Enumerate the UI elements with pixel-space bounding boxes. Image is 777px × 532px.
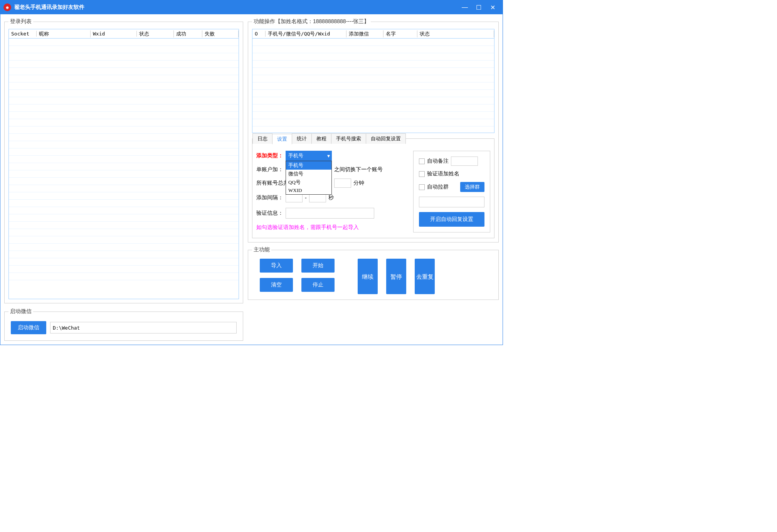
minimize-button[interactable]: — [458, 0, 472, 14]
verify-note: 如勾选验证语加姓名，需跟手机号一起导入 [256, 224, 409, 231]
auto-remark-label: 自动备注 [427, 158, 449, 165]
login-table[interactable]: Socket 昵称 Wxid 状态 成功 失败 [8, 29, 239, 299]
tab-log[interactable]: 日志 [252, 133, 272, 144]
ops-col-status[interactable]: 状态 [417, 30, 494, 37]
main-function-legend: 主功能 [252, 246, 271, 253]
login-col-nick[interactable]: 昵称 [37, 30, 91, 37]
ops-col-add[interactable]: 添加微信 [346, 30, 383, 37]
pause-button[interactable]: 暂停 [386, 259, 406, 294]
dropdown-item-phone[interactable]: 手机号 [286, 161, 331, 170]
ops-col-name[interactable]: 名字 [383, 30, 417, 37]
minutes-label: 分钟 [353, 180, 364, 187]
login-list-group: 登录列表 Socket 昵称 Wxid 状态 成功 失败 [4, 18, 243, 303]
single-account-label: 单账户加： [256, 166, 283, 173]
auto-group-checkbox[interactable] [419, 184, 425, 190]
rest-input[interactable] [334, 178, 351, 188]
verify-info-input[interactable] [286, 208, 374, 219]
tab-tutorial[interactable]: 教程 [311, 133, 331, 144]
login-col-success[interactable]: 成功 [174, 30, 202, 37]
dropdown-item-qq[interactable]: QQ号 [286, 178, 331, 187]
auto-group-label: 自动拉群 [427, 184, 449, 190]
login-col-status[interactable]: 状态 [137, 30, 174, 37]
single-account-suffix: 之间切换下一个账号 [334, 166, 383, 173]
login-col-socket[interactable]: Socket [9, 31, 37, 37]
ops-col-o[interactable]: O [252, 31, 266, 37]
settings-right-panel: 自动备注 验证语加姓名 自动拉群 选择群 开启 [413, 151, 490, 232]
maximize-button[interactable]: ☐ [472, 0, 486, 14]
start-wechat-legend: 启动微信 [8, 308, 33, 315]
tab-phone-search[interactable]: 手机号搜索 [331, 133, 366, 144]
start-wechat-button[interactable]: 启动微信 [11, 321, 46, 334]
add-type-dropdown[interactable]: 手机号 微信号 QQ号 WXID [286, 161, 332, 195]
verify-info-label: 验证信息： [256, 210, 283, 217]
start-button[interactable]: 开始 [301, 259, 335, 273]
add-type-select[interactable]: 手机号 ▾ 手机号 微信号 QQ号 WXID [286, 151, 332, 161]
login-table-body [9, 39, 239, 299]
dedup-button[interactable]: 去重复 [415, 259, 435, 294]
tab-stats[interactable]: 统计 [292, 133, 312, 144]
app-icon: ☻ [3, 3, 11, 11]
wechat-path-input[interactable] [50, 322, 237, 333]
login-col-fail[interactable]: 失败 [202, 30, 239, 37]
title-bar: ☻ 翟老头手机通讯录加好友软件 — ☐ ✕ [0, 0, 503, 14]
tab-settings[interactable]: 设置 [272, 134, 292, 144]
verify-name-label: 验证语加姓名 [427, 170, 459, 177]
verify-name-checkbox[interactable] [419, 171, 425, 177]
function-ops-group: 功能操作【加姓名格式：18888888888----张三】 O 手机号/微信号/… [248, 18, 499, 242]
interval-dash: - [305, 195, 307, 201]
dropdown-item-wxid[interactable]: WXID [286, 187, 331, 194]
dropdown-item-wechat[interactable]: 微信号 [286, 170, 331, 178]
ops-table[interactable]: O 手机号/微信号/QQ号/Wxid 添加微信 名字 状态 [252, 29, 494, 133]
ops-table-body [252, 39, 494, 133]
login-col-wxid[interactable]: Wxid [91, 31, 137, 37]
select-group-button[interactable]: 选择群 [460, 182, 484, 192]
auto-remark-checkbox[interactable] [419, 158, 425, 164]
close-button[interactable]: ✕ [486, 0, 500, 14]
clear-button[interactable]: 清空 [260, 278, 293, 292]
group-input[interactable] [419, 197, 484, 207]
tab-auto-reply[interactable]: 自动回复设置 [366, 133, 406, 144]
main-function-group: 主功能 导入 开始 清空 停止 继续 暂停 去重复 [248, 246, 499, 300]
interval-label: 添加间隔： [256, 194, 283, 201]
auto-remark-input[interactable] [451, 157, 478, 166]
start-wechat-group: 启动微信 启动微信 [4, 308, 243, 341]
settings-tabs-panel: 日志 设置 统计 教程 手机号搜索 自动回复设置 添加类型： 手机号 ▾ [252, 138, 494, 238]
add-type-label: 添加类型： [256, 152, 283, 159]
import-button[interactable]: 导入 [260, 259, 293, 273]
stop-button[interactable]: 停止 [301, 278, 335, 292]
seconds-label: 秒 [328, 194, 334, 201]
open-auto-reply-button[interactable]: 开启自动回复设置 [419, 212, 484, 227]
tab-strip: 日志 设置 统计 教程 手机号搜索 自动回复设置 [252, 133, 490, 144]
function-ops-legend: 功能操作【加姓名格式：18888888888----张三】 [252, 18, 371, 25]
app-title: 翟老头手机通讯录加好友软件 [14, 4, 84, 11]
chevron-down-icon[interactable]: ▾ [325, 151, 332, 161]
ops-col-phone[interactable]: 手机号/微信号/QQ号/Wxid [266, 30, 346, 37]
login-list-legend: 登录列表 [8, 18, 33, 25]
table-row [9, 39, 239, 46]
resume-button[interactable]: 继续 [358, 259, 378, 294]
